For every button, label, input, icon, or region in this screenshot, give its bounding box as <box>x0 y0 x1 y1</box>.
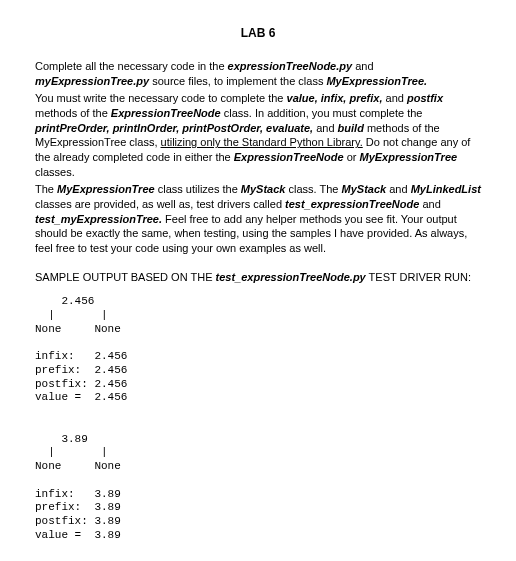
classname: ExpressionTreeNode <box>111 107 221 119</box>
classname: MyLinkedList <box>411 183 481 195</box>
text: Complete all the necessary code in the <box>35 60 228 72</box>
text: methods of the <box>35 107 111 119</box>
text: source files, to implement the class <box>149 75 326 87</box>
paragraph-2: You must write the necessary code to com… <box>35 91 481 180</box>
paragraph-1: Complete all the necessary code in the e… <box>35 59 481 89</box>
constraint: utilizing only the Standard Python Libra… <box>161 136 363 148</box>
paragraph-3: The MyExpressionTree class utilizes the … <box>35 182 481 256</box>
method: build <box>338 122 364 134</box>
classname: MyExpressionTree <box>57 183 155 195</box>
sample-output: 2.456 | | None None infix: 2.456 prefix:… <box>35 295 481 561</box>
page-title: LAB 6 <box>35 25 481 41</box>
text: and <box>313 122 337 134</box>
method-list: value, infix, prefix, <box>287 92 383 104</box>
text: You must write the necessary code to com… <box>35 92 287 104</box>
classname: MyExpressionTree <box>360 151 458 163</box>
classname: ExpressionTreeNode <box>234 151 344 163</box>
text: and <box>383 92 407 104</box>
text: class utilizes the <box>155 183 241 195</box>
text: and <box>352 60 373 72</box>
text: class. In addition, you must complete th… <box>221 107 423 119</box>
filename: myExpressionTree.py <box>35 75 149 87</box>
method: postfix <box>407 92 443 104</box>
filename: expressionTreeNode.py <box>228 60 353 72</box>
sample-output-header: SAMPLE OUTPUT BASED ON THE test_expressi… <box>35 270 481 285</box>
method-list: printPreOrder, printInOrder, printPostOr… <box>35 122 313 134</box>
text: TEST DRIVER RUN: <box>366 271 471 283</box>
instructions-block: Complete all the necessary code in the e… <box>35 59 481 256</box>
text: and <box>419 198 440 210</box>
text: SAMPLE OUTPUT BASED ON THE <box>35 271 216 283</box>
filename: test_myExpressionTree. <box>35 213 162 225</box>
text: classes. <box>35 166 75 178</box>
filename: test_expressionTreeNode <box>285 198 419 210</box>
text: The <box>35 183 57 195</box>
text: classes are provided, as well as, test d… <box>35 198 285 210</box>
text: class. The <box>285 183 341 195</box>
text: or <box>344 151 360 163</box>
text: and <box>386 183 410 195</box>
classname: MyExpressionTree. <box>326 75 427 87</box>
filename: test_expressionTreeNode.py <box>216 271 366 283</box>
classname: MyStack <box>342 183 387 195</box>
classname: MyStack <box>241 183 286 195</box>
